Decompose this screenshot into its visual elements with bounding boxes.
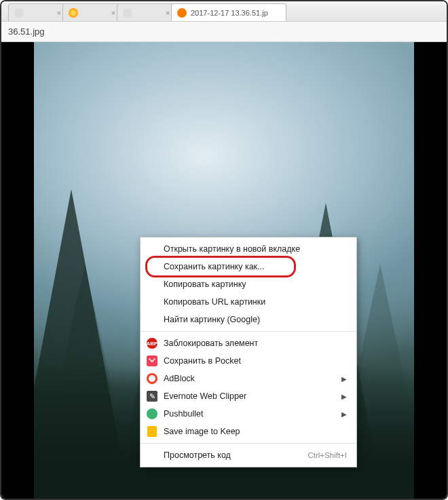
ctx-item-label: Сохранить картинку как... bbox=[164, 262, 265, 271]
ctx-item-label: Найти картинку (Google) bbox=[164, 315, 260, 324]
ctx-evernote-submenu[interactable]: ✎ Evernote Web Clipper ▶ bbox=[141, 387, 356, 405]
vlc-favicon-icon bbox=[177, 8, 187, 18]
ctx-copy-image[interactable]: Копировать картинку bbox=[141, 275, 356, 293]
favicon-icon bbox=[123, 8, 132, 18]
ctx-search-google-image[interactable]: Найти картинку (Google) bbox=[141, 311, 356, 328]
browser-tab-0[interactable]: × bbox=[8, 3, 69, 21]
favicon-icon bbox=[14, 8, 24, 18]
ctx-item-label: Сохранить в Pocket bbox=[164, 356, 241, 366]
ctx-save-to-keep[interactable]: Save image to Keep bbox=[141, 423, 356, 440]
context-menu: Открыть картинку в новой вкладке Сохрани… bbox=[140, 237, 357, 467]
window-frame: × × × 2017-12-17 13.36.51.jp 36.51.jpg bbox=[0, 0, 448, 500]
keep-icon bbox=[146, 425, 158, 438]
browser-tab-active[interactable]: 2017-12-17 13.36.51.jp bbox=[171, 3, 286, 21]
ctx-separator bbox=[141, 443, 356, 444]
address-bar[interactable]: 36.51.jpg bbox=[1, 22, 447, 42]
keyboard-shortcut: Ctrl+Shift+I bbox=[307, 451, 347, 459]
ctx-item-label: Копировать URL картинки bbox=[164, 297, 265, 307]
chevron-right-icon: ▶ bbox=[341, 410, 347, 418]
ctx-open-image-new-tab[interactable]: Открыть картинку в новой вкладке bbox=[141, 240, 356, 258]
chevron-right-icon: ▶ bbox=[341, 375, 347, 383]
ctx-adblock-submenu[interactable]: AdBlock ▶ bbox=[141, 370, 356, 387]
browser-tab-1[interactable]: × bbox=[62, 3, 124, 21]
ctx-block-element[interactable]: ABP Заблокировать элемент bbox=[141, 334, 356, 352]
browser-tab-2[interactable]: × bbox=[117, 3, 178, 21]
ctx-item-label: Pushbullet bbox=[164, 409, 203, 419]
evernote-icon: ✎ bbox=[146, 390, 158, 402]
adblock-icon bbox=[146, 372, 158, 385]
pushbullet-icon bbox=[146, 408, 158, 420]
ctx-copy-image-url[interactable]: Копировать URL картинки bbox=[141, 293, 356, 311]
ctx-pushbullet-submenu[interactable]: Pushbullet ▶ bbox=[141, 405, 356, 423]
ctx-item-label: Копировать картинку bbox=[164, 280, 246, 289]
favicon-icon bbox=[69, 8, 78, 18]
ctx-item-label: AdBlock bbox=[164, 374, 195, 383]
tab-strip: × × × 2017-12-17 13.36.51.jp bbox=[1, 1, 447, 22]
ctx-save-image-as[interactable]: Сохранить картинку как... bbox=[141, 258, 356, 275]
ctx-item-label: Save image to Keep bbox=[164, 427, 240, 436]
pocket-icon bbox=[146, 355, 158, 367]
tab-label: 2017-12-17 13.36.51.jp bbox=[191, 9, 268, 17]
ctx-item-label: Просмотреть код bbox=[164, 450, 231, 460]
adblockplus-icon: ABP bbox=[146, 337, 158, 349]
ctx-save-to-pocket[interactable]: Сохранить в Pocket bbox=[141, 352, 356, 370]
chevron-right-icon: ▶ bbox=[341, 393, 347, 400]
ctx-separator bbox=[141, 331, 356, 332]
ctx-inspect[interactable]: Просмотреть код Ctrl+Shift+I bbox=[141, 446, 356, 464]
ctx-item-label: Evernote Web Clipper bbox=[164, 391, 246, 401]
ctx-item-label: Заблокировать элемент bbox=[164, 339, 258, 348]
address-path: 36.51.jpg bbox=[8, 26, 45, 37]
ctx-item-label: Открыть картинку в новой вкладке bbox=[164, 244, 300, 254]
